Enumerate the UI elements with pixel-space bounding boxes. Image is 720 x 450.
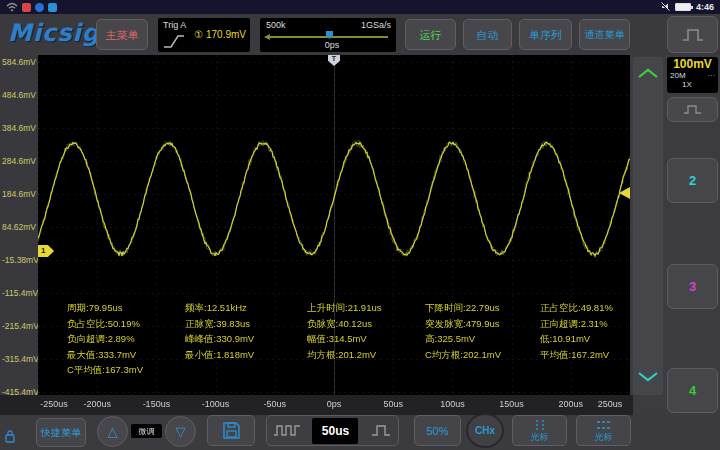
pulse-small-icon [683,103,703,116]
header-bar: Micsig 主菜单 Trig A ① 170.9mV 500k 1GSa/s … [0,14,720,55]
measurement-item: 负向超调:2.89% [67,331,143,347]
lock-icon [5,430,15,443]
fine-tune-badge: 微调 [131,424,162,438]
volt-tick-label: 184.6mV [2,189,42,199]
time-tick-label: 250us [598,399,623,409]
measurement-item: 低:10.91mV [540,331,613,347]
step-up-button[interactable]: △ [97,416,128,447]
volt-tick-label: 284.6mV [2,156,42,166]
acquisition-box[interactable]: 500k 1GSa/s 0ps [260,18,396,52]
measurement-item: 正占空比:49.81% [540,300,613,316]
trigger-50pct-button[interactable]: 50% [414,415,461,446]
time-axis: -250us-200us-150us-100us-50us0ps50us100u… [0,395,633,415]
volt-tick-label: 384.6mV [2,123,42,133]
measurement-item: 最大值:333.7mV [67,347,143,363]
channel-menu-button[interactable]: 通道菜单 [579,19,630,50]
pulse-icon [681,27,705,43]
trigger-coupling-button[interactable] [667,97,718,122]
trigger-level-arrow[interactable] [619,187,630,199]
volt-tick-label: -215.4mV [2,321,42,331]
measurement-item: 高:325.5mV [425,331,501,347]
channel3-button[interactable]: 3 [667,264,718,309]
measurement-item: 最小值:1.818mV [185,347,254,363]
clock: 4:46 [696,2,714,12]
measurement-item: 上升时间:21.91us [307,300,381,316]
horizontal-cursor-label: 光标 [595,432,613,442]
mute-icon [660,2,670,12]
measurement-item: 均方根:201.2mV [307,347,381,363]
volt-axis: 584.6mV484.6mV384.6mV284.6mV184.6mV84.62… [0,55,38,395]
channel2-button[interactable]: 2 [667,158,718,203]
channel-scroll-strip [633,57,663,395]
volt-tick-label: -15.38mV [2,255,42,265]
time-tick-label: -50us [264,399,287,409]
vertical-cursor-icon [532,419,548,431]
measurement-item: 负占空比:50.19% [67,316,143,332]
measurement-item: 平均值:167.2mV [540,347,613,363]
single-seq-button[interactable]: 单序列 [519,19,572,50]
measurement-item: 频率:12.51kHz [185,300,254,316]
quick-menu-button[interactable]: 快捷菜单 [36,418,86,447]
vertical-cursor-button[interactable]: 光标 [512,415,567,446]
channel-select-button[interactable]: CHx [466,413,504,448]
volt-tick-label: 584.6mV [2,57,42,67]
time-tick-label: 0ps [327,399,342,409]
measurement-column: 周期:79.95us负占空比:50.19%负向超调:2.89%最大值:333.7… [67,300,143,378]
measurement-column: 上升时间:21.91us负脉宽:40.12us幅值:314.5mV均方根:201… [307,300,381,362]
measurement-column: 正占空比:49.81%正向超调:2.31%低:10.91mV平均值:167.2m… [540,300,613,362]
trigger-level-value: ① 170.9mV [194,29,246,40]
time-tick-label: 150us [499,399,524,409]
auto-button[interactable]: 自动 [463,19,512,50]
vertical-cursor-label: 光标 [531,432,549,442]
measurement-item: 正脉宽:39.83us [185,316,254,332]
notification-icon-red [22,3,31,12]
battery-icon [675,3,691,11]
measurement-item: C均方根:202.1mV [425,347,501,363]
horizontal-cursor-icon [595,419,613,431]
volt-tick-label: -115.4mV [2,288,42,298]
trigger-source-label: Trig A [163,20,186,30]
volt-tick-label: 84.62mV [2,222,42,232]
measurement-item: 突发脉宽:479.9us [425,316,501,332]
chevron-up-icon[interactable] [637,67,659,79]
coupling-icon: ⋯ [707,71,715,80]
volt-tick-label: 484.6mV [2,90,42,100]
sample-rate-label: 1GSa/s [361,20,391,30]
rising-slope-icon [163,34,185,49]
pulse-single-icon [370,423,392,438]
save-button[interactable] [207,415,255,446]
measurement-item: 负脉宽:40.12us [307,316,381,332]
measurement-item: 周期:79.95us [67,300,143,316]
pulse-train-icon [273,423,301,438]
run-button[interactable]: 运行 [405,19,456,50]
measurement-item: 正向超调:2.31% [540,316,613,332]
main-menu-button[interactable]: 主菜单 [96,19,148,50]
app-icon-circle [35,3,44,12]
chevron-down-icon[interactable] [637,371,659,383]
channel1-bandwidth: 20M [670,71,686,80]
trigger-position-label: 0ps [316,40,348,50]
time-tick-label: -150us [143,399,171,409]
channel4-button[interactable]: 4 [667,368,718,413]
time-tick-label: -100us [202,399,230,409]
horizontal-cursor-button[interactable]: 光标 [576,415,631,446]
measurement-column: 频率:12.51kHz正脉宽:39.83us峰峰值:330.9mV最小值:1.8… [185,300,254,362]
volt-tick-label: -315.4mV [2,354,42,364]
timebase-control[interactable]: 50us [266,415,399,446]
memory-depth-label: 500k [266,20,286,30]
oscilloscope-app: 4:46 Micsig 主菜单 Trig A ① 170.9mV 500k 1G… [0,0,720,450]
trigger-slope-button[interactable] [667,16,718,53]
channel1-probe: 1X [670,80,715,89]
time-tick-label: -200us [83,399,111,409]
channel1-scale-box[interactable]: 100mV 20M ⋯ 1X [667,57,718,93]
channel1-scale: 100mV [670,58,715,71]
trigger-info-box[interactable]: Trig A ① 170.9mV [158,18,250,52]
step-down-button[interactable]: ▽ [165,416,196,447]
measurement-item: 幅值:314.5mV [307,331,381,347]
time-tick-label: -250us [40,399,68,409]
timebase-value[interactable]: 50us [312,418,358,444]
brand-logo: Micsig [8,19,100,47]
bottom-toolbar: 快捷菜单 △ 微调 ▽ 50us 50% CHx 光标 光标 [0,415,720,450]
measurements-panel: 周期:79.95us负占空比:50.19%负向超调:2.89%最大值:333.7… [38,300,630,390]
save-icon [222,421,241,440]
